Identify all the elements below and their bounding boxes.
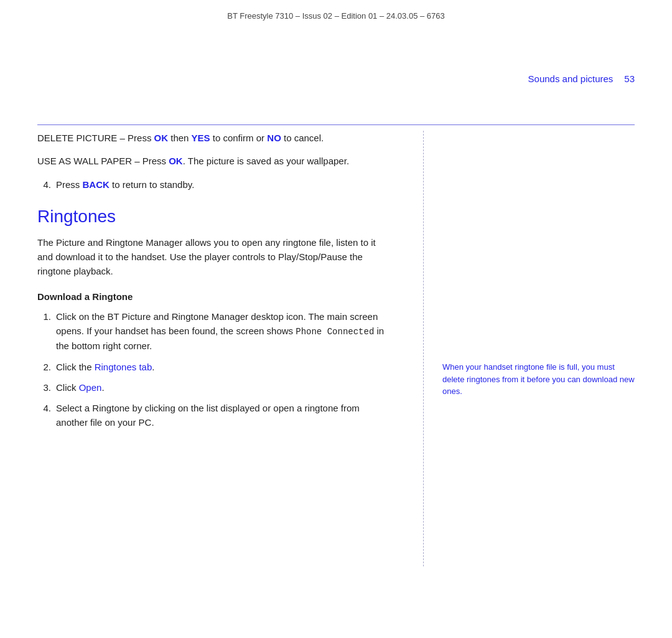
delete-picture-block: DELETE PICTURE – Press OK then YES to co…	[37, 131, 392, 145]
step2-link: Ringtones tab	[95, 362, 152, 372]
right-column: When your handset ringtone file is full,…	[436, 131, 635, 566]
step2-text: Click the Ringtones tab.	[56, 360, 392, 374]
step4-back-word: BACK	[83, 179, 110, 190]
step2: 2. Click the Ringtones tab.	[37, 360, 392, 374]
delete-yes: YES	[192, 133, 210, 143]
note-text: When your handset ringtone file is full,…	[442, 361, 635, 398]
step1-mono: Phone Connected	[296, 327, 374, 337]
page-header: BT Freestyle 7310 – Issus 02 – Edition 0…	[0, 0, 672, 27]
wallpaper-text: USE AS WALL PAPER – Press OK. The pictur…	[37, 154, 392, 168]
step4-ringtone: 4. Select a Ringtone by clicking on the …	[37, 401, 392, 430]
left-column: DELETE PICTURE – Press OK then YES to co…	[37, 131, 411, 566]
step1-num: 1.	[37, 309, 51, 354]
download-heading: Download a Ringtone	[37, 291, 392, 302]
delete-end: to cancel.	[281, 133, 324, 143]
delete-picture-text: DELETE PICTURE – Press OK then YES to co…	[37, 131, 392, 145]
steps-list: 1. Click on the BT Picture and Ringtone …	[37, 309, 392, 430]
delete-then: then	[168, 133, 192, 143]
step4-ringtone-text: Select a Ringtone by clicking on the lis…	[56, 401, 392, 430]
section-title: Sounds and pictures	[528, 73, 614, 84]
step3-link: Open	[79, 382, 102, 393]
top-rule	[37, 124, 635, 125]
delete-no: NO	[267, 133, 281, 143]
step3-num: 3.	[37, 380, 51, 395]
wallpaper-ok: OK	[169, 156, 183, 166]
step4-ringtone-num: 4.	[37, 401, 51, 430]
step1-text: Click on the BT Picture and Ringtone Man…	[56, 309, 392, 354]
step3-pre: Click	[56, 382, 79, 393]
page-container: BT Freestyle 7310 – Issus 02 – Edition 0…	[0, 0, 672, 638]
delete-ok: OK	[154, 133, 169, 143]
ringtones-heading: Ringtones	[37, 207, 392, 227]
step4-text: Press BACK to return to standby.	[56, 177, 392, 192]
top-right-area: Sounds and pictures 53	[528, 73, 635, 84]
step4-end: to return to standby.	[110, 179, 194, 190]
delete-middle: to confirm or	[210, 133, 268, 143]
wallpaper-block: USE AS WALL PAPER – Press OK. The pictur…	[37, 154, 392, 168]
delete-label: DELETE PICTURE – Press	[37, 133, 154, 143]
step1: 1. Click on the BT Picture and Ringtone …	[37, 309, 392, 354]
step3: 3. Click Open.	[37, 380, 392, 395]
column-divider	[423, 131, 424, 566]
page-number: 53	[624, 73, 635, 84]
step4-num: 4.	[37, 177, 51, 192]
step3-text: Click Open.	[56, 380, 392, 395]
wallpaper-label: USE AS WALL PAPER – Press	[37, 156, 169, 166]
step2-pre: Click the	[56, 362, 95, 372]
main-content: DELETE PICTURE – Press OK then YES to co…	[37, 131, 635, 566]
wallpaper-end: . The picture is saved as your wallpaper…	[183, 156, 349, 166]
step4-pre: Press	[56, 179, 83, 190]
step3-post: .	[101, 382, 104, 393]
step2-num: 2.	[37, 360, 51, 374]
step2-post: .	[152, 362, 154, 372]
header-text: BT Freestyle 7310 – Issus 02 – Edition 0…	[227, 11, 445, 21]
step4-back: 4. Press BACK to return to standby.	[37, 177, 392, 192]
ringtones-desc: The Picture and Ringtone Manager allows …	[37, 235, 392, 279]
